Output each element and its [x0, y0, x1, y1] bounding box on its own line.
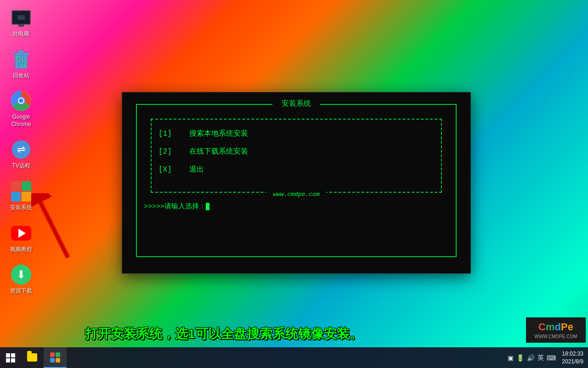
taskbar-system-tray: ▣ 🔋 🔊 英 ⌨ 18:02:33 2021/8/9	[508, 350, 588, 366]
terminal-window: 安装系统 [1] 搜索本地系统安装 [2] 在线下载系统安装 [X] 退出	[122, 92, 471, 274]
taskbar-store[interactable]	[44, 347, 67, 368]
menu-item-1[interactable]: [1] 搜索本地系统安装	[158, 129, 434, 138]
desktop-icon-label-download: 资源下载	[10, 288, 32, 295]
recycle-bin-icon	[11, 48, 31, 70]
desktop-icon-chrome[interactable]: Google Chrome	[5, 88, 38, 130]
svg-line-14	[40, 202, 68, 258]
menu-label-2: 在线下载系统安装	[189, 148, 248, 156]
network-icon: ▣	[508, 354, 514, 362]
battery-icon: 🔋	[516, 354, 524, 362]
desktop-icon-label-this-pc: 此电脑	[13, 30, 29, 38]
youtube-icon	[11, 226, 31, 241]
cmdpe-logo: CmdPe	[538, 321, 573, 333]
svg-rect-1	[17, 15, 25, 20]
chrome-icon	[11, 91, 31, 111]
terminal-cursor	[206, 203, 209, 210]
system-tray-icons: ▣ 🔋 🔊 英 ⌨	[508, 354, 556, 362]
menu-item-x[interactable]: [X] 退出	[158, 165, 434, 174]
clock-time: 18:02:33	[562, 350, 583, 358]
taskbar-start-button[interactable]	[0, 347, 21, 368]
taskbar-pinned-apps	[21, 347, 67, 368]
desktop-icon-label-tv: TV远程	[12, 162, 30, 170]
terminal-prompt[interactable]: >>>>>请输入选择：	[144, 202, 449, 211]
desktop-icon-this-pc[interactable]: 此电脑	[5, 5, 38, 40]
menu-key-2: [2]	[158, 148, 172, 156]
download-icon: ⬇	[11, 264, 31, 285]
svg-point-11	[19, 98, 23, 103]
menu-key-1: [1]	[158, 130, 172, 138]
desktop-icon-resource-download[interactable]: ⬇ 资源下载	[5, 262, 38, 297]
desktop-icon-label-recycle: 回收站	[13, 72, 29, 80]
ime-icon: ⌨	[547, 354, 556, 362]
desktop-icon-label-chrome: Google Chrome	[6, 114, 36, 128]
desktop-icon-label-install: 安装系统	[10, 204, 32, 212]
menu-label-1: 搜索本地系统安装	[189, 130, 248, 138]
desktop-icon-label-video: 视频教程	[10, 246, 32, 253]
cmdpe-watermark: CmdPe WWW.CMDPE.COM	[526, 317, 586, 343]
desktop-icon-tv-remote[interactable]: ⇌ TV远程	[5, 137, 38, 172]
red-arrow	[31, 193, 86, 262]
menu-item-2[interactable]: [2] 在线下载系统安装	[158, 147, 434, 156]
taskbar: ▣ 🔋 🔊 英 ⌨ 18:02:33 2021/8/9	[0, 347, 588, 368]
desktop: 此电脑 回收站	[0, 0, 588, 368]
annotation-text: 打开安装系统，选1可以全盘搜索系统镜像安装。	[85, 325, 537, 343]
system-clock[interactable]: 18:02:33 2021/8/9	[562, 350, 583, 366]
store-icon	[50, 352, 60, 362]
annotation: 打开安装系统，选1可以全盘搜索系统镜像安装。	[85, 325, 537, 343]
clock-date: 2021/8/9	[562, 358, 583, 366]
menu-key-x: [X]	[158, 166, 172, 174]
taskbar-file-explorer[interactable]	[21, 347, 44, 368]
svg-rect-4	[18, 51, 24, 53]
language-indicator[interactable]: 英	[537, 354, 544, 362]
cmdpe-url: WWW.CMDPE.COM	[535, 334, 577, 339]
install-system-icon	[11, 181, 31, 201]
tv-remote-icon: ⇌	[12, 140, 30, 159]
menu-label-x: 退出	[189, 166, 204, 174]
windows-logo-icon	[6, 353, 15, 362]
file-explorer-icon	[27, 353, 37, 362]
terminal-title: 安装系统	[272, 99, 320, 109]
desktop-icon-recycle-bin[interactable]: 回收站	[5, 46, 38, 81]
terminal-url: www.cmdpe.com	[266, 191, 326, 198]
terminal-menu: [1] 搜索本地系统安装 [2] 在线下载系统安装 [X] 退出 www.cmd…	[151, 119, 442, 193]
volume-icon: 🔊	[527, 354, 535, 362]
